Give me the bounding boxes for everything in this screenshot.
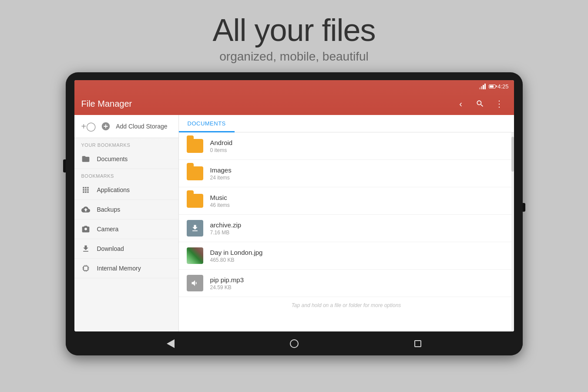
bookmarks-section: BOOKMARKS [74, 169, 178, 180]
file-name: Music [210, 194, 507, 201]
backup-icon [81, 205, 90, 214]
memory-icon [81, 264, 90, 273]
sidebar-item-backups[interactable]: Backups [74, 200, 178, 220]
more-button[interactable]: ⋮ [491, 96, 507, 112]
download-icon [81, 244, 90, 253]
file-info-android: Android 0 items [210, 139, 507, 153]
applications-label: Applications [97, 186, 130, 193]
camera-icon [81, 225, 90, 233]
folder-icon [81, 155, 90, 163]
file-item-pip[interactable]: pip pip.mp3 24.59 KB [179, 270, 514, 297]
backups-label: Backups [97, 206, 121, 213]
svg-rect-3 [484, 84, 486, 89]
file-meta: 24 items [210, 175, 507, 181]
scrollbar-thumb[interactable] [511, 137, 514, 172]
download-arrow-icon [191, 224, 199, 233]
zip-icon-wrap [187, 220, 203, 237]
file-info-pip: pip pip.mp3 24.59 KB [210, 276, 507, 291]
file-name: Day in London.jpg [210, 249, 507, 256]
volume-icon [191, 279, 199, 287]
signal-icon [479, 83, 487, 89]
home-circle-icon [290, 339, 299, 348]
file-item-images[interactable]: Images 24 items [179, 160, 514, 187]
status-time: 4:25 [497, 83, 508, 90]
file-info-london: Day in London.jpg 465.80 KB [210, 249, 507, 263]
back-triangle-icon [167, 339, 175, 348]
file-panel: DOCUMENTS Android 0 items [179, 115, 514, 331]
toolbar-actions: ‹ ⋮ [453, 96, 507, 112]
status-bar: 4:25 [74, 80, 514, 92]
folder-icon-music [186, 192, 204, 210]
grid-icon [81, 186, 90, 194]
nav-bar [66, 331, 523, 355]
file-item-archive[interactable]: archive.zip 7.16 MB [179, 215, 514, 242]
documents-label: Documents [97, 155, 128, 162]
toolbar: File Manager ‹ ⋮ [74, 92, 514, 115]
nav-back-button[interactable] [167, 339, 175, 348]
sidebar-item-internal-memory[interactable]: Internal Memory [74, 259, 178, 278]
toolbar-title: File Manager [81, 99, 132, 109]
file-meta: 46 items [210, 202, 507, 208]
file-list: Android 0 items Images 24 items [179, 132, 514, 331]
file-name: pip pip.mp3 [210, 276, 507, 284]
main-content: +◯ Add Cloud Storage YOUR BOOKMARKS Docu… [74, 115, 514, 331]
folder-icon-android [186, 137, 204, 155]
add-cloud-storage-button[interactable]: +◯ Add Cloud Storage [74, 115, 178, 138]
svg-rect-1 [481, 86, 482, 89]
file-item-london[interactable]: Day in London.jpg 465.80 KB [179, 242, 514, 270]
file-name: archive.zip [210, 221, 507, 229]
headline-area: All your files organized, mobile, beauti… [212, 0, 375, 72]
nav-home-button[interactable] [290, 339, 299, 348]
svg-rect-2 [483, 85, 484, 89]
file-item-music[interactable]: Music 46 items [179, 187, 514, 215]
back-button[interactable]: ‹ [453, 96, 469, 112]
headline-subtitle: organized, mobile, beautiful [212, 50, 375, 64]
image-preview [187, 247, 203, 264]
sidebar-item-camera[interactable]: Camera [74, 220, 178, 239]
download-label: Download [97, 245, 124, 252]
battery-icon [489, 84, 496, 88]
sidebar-item-documents[interactable]: Documents [74, 149, 178, 169]
internal-memory-label: Internal Memory [97, 265, 141, 272]
search-button[interactable] [472, 96, 488, 112]
svg-rect-0 [479, 88, 480, 89]
add-cloud-icon: +◯ [81, 121, 96, 132]
file-item-android[interactable]: Android 0 items [179, 132, 514, 160]
search-icon [476, 99, 484, 108]
your-bookmarks-section: YOUR BOOKMARKS [74, 138, 178, 149]
file-meta: 465.80 KB [210, 257, 507, 263]
camera-label: Camera [97, 226, 119, 233]
zip-icon [186, 219, 204, 237]
tab-documents[interactable]: DOCUMENTS [179, 115, 235, 132]
file-name: Android [210, 139, 507, 146]
audio-icon-wrap [187, 275, 203, 291]
screen: 4:25 File Manager ‹ ⋮ +◯ [74, 80, 514, 331]
headline-title: All your files [212, 13, 375, 47]
file-list-footer: Tap and hold on a file or folder for mor… [179, 297, 514, 314]
sidebar-item-applications[interactable]: Applications [74, 180, 178, 200]
file-meta: 7.16 MB [210, 230, 507, 236]
status-icons: 4:25 [479, 83, 508, 90]
tab-bar: DOCUMENTS [179, 115, 514, 132]
file-info-archive: archive.zip 7.16 MB [210, 221, 507, 236]
file-info-images: Images 24 items [210, 166, 507, 181]
file-meta: 24.59 KB [210, 284, 507, 291]
file-meta: 0 items [210, 147, 507, 153]
sidebar-item-download[interactable]: Download [74, 239, 178, 259]
tablet-device: 4:25 File Manager ‹ ⋮ +◯ [66, 72, 523, 355]
image-icon [186, 247, 204, 265]
folder-icon-images [186, 164, 204, 182]
add-cloud-label: Add Cloud Storage [116, 123, 167, 130]
sidebar: +◯ Add Cloud Storage YOUR BOOKMARKS Docu… [74, 115, 179, 331]
nav-recent-button[interactable] [414, 340, 421, 347]
recent-square-icon [414, 340, 421, 347]
file-name: Images [210, 166, 507, 174]
audio-icon [186, 274, 204, 292]
file-info-music: Music 46 items [210, 194, 507, 208]
add-circle-icon [101, 122, 111, 131]
scrollbar-track[interactable] [511, 132, 514, 331]
